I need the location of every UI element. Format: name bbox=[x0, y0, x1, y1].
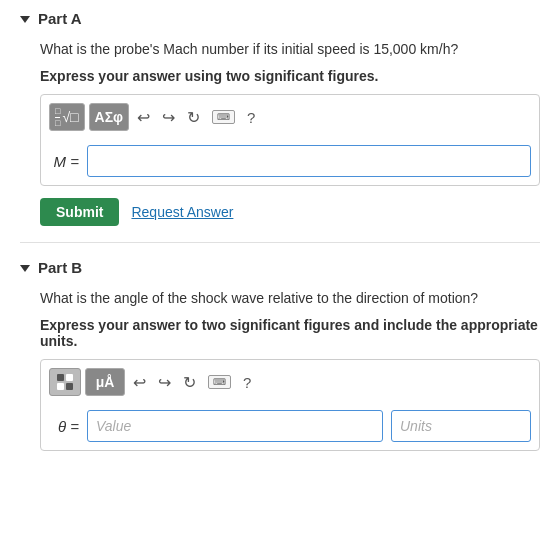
part-a-body: What is the probe's Mach number if its i… bbox=[20, 39, 540, 226]
part-b-value-input[interactable] bbox=[87, 410, 383, 442]
fraction-icon: □ □ √□ bbox=[55, 107, 79, 128]
section-divider bbox=[20, 242, 540, 243]
part-a-label: M = bbox=[49, 153, 79, 170]
keyboard-button-b[interactable]: ⌨ bbox=[204, 372, 235, 392]
help-icon: ? bbox=[247, 109, 255, 126]
refresh-icon: ↻ bbox=[187, 108, 200, 127]
part-a-question: What is the probe's Mach number if its i… bbox=[40, 39, 540, 60]
redo-icon-b: ↪ bbox=[158, 373, 171, 392]
part-b-body: What is the angle of the shock wave rela… bbox=[20, 288, 540, 451]
help-button-b[interactable]: ? bbox=[239, 371, 255, 394]
undo-button[interactable]: ↩ bbox=[133, 105, 154, 130]
help-button[interactable]: ? bbox=[243, 106, 259, 129]
part-b-label: θ = bbox=[49, 418, 79, 435]
part-a-button-row: Submit Request Answer bbox=[40, 198, 540, 226]
part-b-units-input[interactable] bbox=[391, 410, 531, 442]
part-b-answer-box: μÅ ↩ ↪ ↻ ⌨ ? θ = bbox=[40, 359, 540, 451]
part-a-title: Part A bbox=[38, 10, 82, 27]
part-b-instruction: Express your answer to two significant f… bbox=[40, 317, 540, 349]
help-icon-b: ? bbox=[243, 374, 251, 391]
redo-button-b[interactable]: ↪ bbox=[154, 370, 175, 395]
part-b-section: Part B What is the angle of the shock wa… bbox=[20, 259, 540, 451]
chevron-down-icon-b bbox=[20, 265, 30, 272]
part-a-input-row: M = bbox=[49, 145, 531, 177]
part-a-toolbar: □ □ √□ AΣφ ↩ ↪ ↻ ⌨ bbox=[49, 103, 531, 137]
part-a-instruction: Express your answer using two significan… bbox=[40, 68, 540, 84]
keyboard-icon-b: ⌨ bbox=[208, 375, 231, 389]
grid-button[interactable] bbox=[49, 368, 81, 396]
undo-button-b[interactable]: ↩ bbox=[129, 370, 150, 395]
part-b-input-row: θ = bbox=[49, 410, 531, 442]
refresh-icon-b: ↻ bbox=[183, 373, 196, 392]
part-b-question: What is the angle of the shock wave rela… bbox=[40, 288, 540, 309]
redo-icon: ↪ bbox=[162, 108, 175, 127]
keyboard-icon: ⌨ bbox=[212, 110, 235, 124]
part-b-header[interactable]: Part B bbox=[20, 259, 540, 276]
part-b-title: Part B bbox=[38, 259, 82, 276]
grid-icon bbox=[57, 374, 73, 390]
request-answer-button[interactable]: Request Answer bbox=[131, 204, 233, 220]
part-b-toolbar: μÅ ↩ ↪ ↻ ⌨ ? bbox=[49, 368, 531, 402]
redo-button[interactable]: ↪ bbox=[158, 105, 179, 130]
submit-button[interactable]: Submit bbox=[40, 198, 119, 226]
part-a-input[interactable] bbox=[87, 145, 531, 177]
units-symbol-button[interactable]: μÅ bbox=[85, 368, 125, 396]
chevron-down-icon bbox=[20, 16, 30, 23]
undo-icon: ↩ bbox=[137, 108, 150, 127]
part-a-header[interactable]: Part A bbox=[20, 10, 540, 27]
fraction-sqrt-button[interactable]: □ □ √□ bbox=[49, 103, 85, 131]
undo-icon-b: ↩ bbox=[133, 373, 146, 392]
part-a-answer-box: □ □ √□ AΣφ ↩ ↪ ↻ ⌨ bbox=[40, 94, 540, 186]
part-a-section: Part A What is the probe's Mach number i… bbox=[20, 10, 540, 226]
refresh-button[interactable]: ↻ bbox=[183, 105, 204, 130]
refresh-button-b[interactable]: ↻ bbox=[179, 370, 200, 395]
keyboard-button[interactable]: ⌨ bbox=[208, 107, 239, 127]
symbol-button[interactable]: AΣφ bbox=[89, 103, 130, 131]
